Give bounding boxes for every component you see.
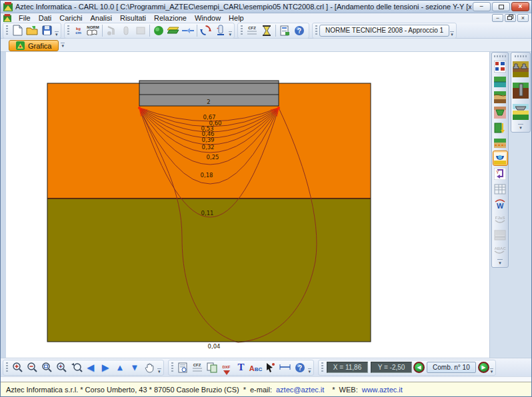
toolbar-grip[interactable] (321, 362, 323, 373)
carichi-view-button[interactable] (493, 121, 507, 135)
main-area: 20,670,600,530,460,390,320,250,180,110,0… (1, 52, 531, 358)
svg-text:Y: Y (496, 170, 499, 175)
zoom-out-button[interactable] (25, 361, 39, 374)
toolbar-overflow-chevron[interactable]: ▾ (229, 31, 233, 38)
pan-hand-button[interactable] (142, 361, 157, 374)
cfz-options-button[interactable]: CFZ (245, 24, 259, 37)
select-entity-button[interactable] (263, 361, 278, 374)
toolbar-grip[interactable] (6, 362, 8, 373)
stratigrafia-view-button[interactable] (493, 75, 507, 89)
toolbar-overflow-chevron[interactable]: ▾ (490, 368, 494, 375)
combinazioni-button[interactable] (199, 24, 213, 37)
copy-image-button[interactable] (205, 361, 219, 374)
pan-down-button[interactable]: ▼ (127, 361, 142, 374)
restore-icon (507, 15, 513, 20)
tab-overflow-chevron[interactable]: ▾ (61, 43, 65, 49)
run-analysis-button[interactable] (259, 24, 274, 37)
pan-right-button[interactable]: ▶ (98, 361, 113, 374)
maximize-button[interactable] (492, 2, 510, 11)
menu-file[interactable]: File (15, 14, 35, 22)
menu-relazione[interactable]: Relazione (150, 14, 191, 22)
open-file-button[interactable] (25, 24, 39, 37)
previous-combination-button[interactable]: ◀ (413, 362, 425, 373)
norme-tecniche-button[interactable]: NORME TECNICHE 2008 - Approccio 1 (319, 25, 449, 37)
svg-text:0,39: 0,39 (202, 137, 215, 143)
page-preview-icon (178, 362, 187, 373)
zoom-previous-button[interactable] (69, 361, 83, 374)
email-link[interactable]: aztec@aztec.it (276, 386, 324, 394)
toolbox-grip[interactable] (515, 55, 527, 57)
menu-dati[interactable]: Dati (35, 14, 56, 22)
units-button[interactable]: kgcm (71, 24, 86, 37)
toolbar-overflow-chevron[interactable]: ▾ (450, 31, 454, 38)
zoom-extents-button[interactable] (54, 361, 69, 374)
tabella-risultati-button[interactable] (493, 182, 507, 196)
sezioni-button[interactable] (493, 136, 507, 150)
bottom-toolbar: ◀ ▶ ▲ ▼ ▾ CFZ DXF T ABC ? ▾ X = 11,86 Y … (1, 358, 531, 376)
dump-grid-icon (494, 229, 506, 241)
toolbar-overflow-chevron[interactable]: ▾ (55, 31, 59, 38)
print-preview-button[interactable] (175, 361, 190, 374)
mdi-close-button[interactable]: × (517, 14, 529, 22)
tab-grafica[interactable]: Grafica (9, 40, 59, 51)
export-word-button[interactable]: W (493, 197, 507, 211)
toolbox-overflow-chevron[interactable]: ▾ (497, 259, 503, 266)
zoom-in-button[interactable] (10, 361, 25, 374)
loads-icon (494, 122, 506, 134)
zoom-window-button[interactable] (39, 361, 54, 374)
combination-readout: Comb. n° 10 (427, 362, 476, 373)
menu-risultati[interactable]: Risultati (116, 14, 150, 22)
web-link[interactable]: www.aztec.it (362, 386, 403, 394)
toolbar-grip[interactable] (241, 25, 243, 36)
falda-button[interactable]: + (213, 24, 228, 37)
svg-text:0,11: 0,11 (201, 210, 214, 216)
pan-left-button[interactable]: ◀ (83, 361, 98, 374)
save-file-button[interactable] (39, 24, 54, 37)
normative-button[interactable]: NORM (86, 24, 101, 37)
graphics-help-button[interactable]: ? (293, 361, 307, 374)
new-document-icon (13, 25, 23, 36)
mdi-minimize-button[interactable]: − (492, 14, 503, 22)
cfz-export-button[interactable]: CFZ (190, 361, 205, 374)
tensioni-view-button-selected[interactable] (493, 151, 507, 165)
relazione-button[interactable] (277, 24, 292, 37)
sezione-button[interactable] (181, 24, 195, 37)
stratigrafia-button[interactable] (166, 24, 181, 37)
drawing-canvas[interactable]: 20,670,600,530,460,390,320,250,180,110,0… (6, 52, 490, 358)
mdi-restore-button[interactable] (505, 14, 516, 22)
minimize-button[interactable]: − (473, 2, 491, 11)
export-dxf-button[interactable]: DXF (219, 361, 234, 374)
fondazione-palo-button[interactable] (512, 82, 529, 99)
menu-help[interactable]: Help (225, 14, 248, 22)
fondazione-platea-button[interactable] (512, 103, 529, 121)
menu-carichi[interactable]: Carichi (55, 14, 86, 22)
scavo-button[interactable] (493, 105, 507, 119)
fondazione-nastro-button[interactable] (512, 61, 529, 78)
svg-text:?: ? (297, 27, 301, 35)
dati-generali-button[interactable] (493, 59, 507, 73)
hourglass-icon (262, 25, 271, 36)
terreno-button[interactable] (151, 24, 166, 37)
add-text-button[interactable]: T (234, 361, 249, 374)
measure-button[interactable] (278, 361, 293, 374)
toolbox-overflow-chevron[interactable]: ▾ (518, 124, 523, 131)
toolbar-grip[interactable] (315, 25, 317, 36)
font-button[interactable]: ABC (249, 361, 263, 374)
x-coordinate-readout: X = 11,86 (327, 362, 368, 373)
open-folder-icon (26, 25, 38, 35)
menu-window[interactable]: Window (191, 14, 225, 22)
close-button[interactable]: × (511, 2, 529, 11)
toolbar-grip[interactable] (171, 362, 173, 373)
menu-analisi[interactable]: Analisi (87, 14, 116, 22)
help-button[interactable]: ? (292, 24, 307, 37)
toolbar-overflow-chevron[interactable]: ▾ (157, 368, 161, 375)
profilo-terreno-button[interactable] (493, 90, 507, 104)
toolbar-grip[interactable] (67, 25, 69, 36)
next-combination-button[interactable]: ▶ (478, 362, 489, 373)
toolbar-overflow-chevron[interactable]: ▾ (308, 368, 312, 375)
toolbox-grip[interactable] (494, 55, 506, 57)
new-file-button[interactable] (10, 24, 25, 37)
toolbar-grip[interactable] (6, 25, 8, 36)
sezione-y-button[interactable]: Y (493, 167, 507, 181)
pan-up-button[interactable]: ▲ (113, 361, 127, 374)
